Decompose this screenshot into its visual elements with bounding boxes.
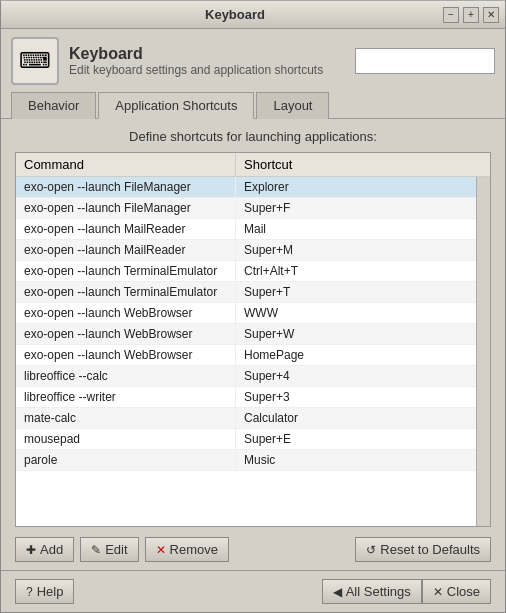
remove-label: Remove [170, 542, 218, 557]
cell-command: exo-open --launch FileManager [16, 198, 236, 218]
add-label: Add [40, 542, 63, 557]
table-header: Command Shortcut [16, 153, 490, 177]
table-row[interactable]: libreoffice --writer Super+3 [16, 387, 476, 408]
close-window-button[interactable]: ✕ [483, 7, 499, 23]
tab-layout[interactable]: Layout [256, 92, 329, 119]
table-wrapper: exo-open --launch FileManager Explorer e… [16, 177, 490, 526]
cell-shortcut: Super+F [236, 198, 476, 218]
minimize-button[interactable]: − [443, 7, 459, 23]
description-text: Define shortcuts for launching applicati… [15, 129, 491, 144]
all-settings-label: All Settings [346, 584, 411, 599]
tab-application-shortcuts[interactable]: Application Shortcuts [98, 92, 254, 119]
cell-command: mate-calc [16, 408, 236, 428]
cell-command: exo-open --launch FileManager [16, 177, 236, 197]
cell-command: exo-open --launch TerminalEmulator [16, 261, 236, 281]
cell-shortcut: Super+W [236, 324, 476, 344]
maximize-button[interactable]: + [463, 7, 479, 23]
header-area: ⌨ Keyboard Edit keyboard settings and ap… [1, 29, 505, 91]
search-input[interactable] [360, 54, 506, 69]
edit-button[interactable]: ✎ Edit [80, 537, 138, 562]
cell-shortcut: Calculator [236, 408, 476, 428]
all-settings-icon: ◀ [333, 585, 342, 599]
help-button[interactable]: ? Help [15, 579, 74, 604]
column-header-command: Command [16, 153, 236, 176]
table-row[interactable]: exo-open --launch TerminalEmulator Super… [16, 282, 476, 303]
tab-behavior[interactable]: Behavior [11, 92, 96, 119]
cell-shortcut: WWW [236, 303, 476, 323]
table-row[interactable]: exo-open --launch FileManager Super+F [16, 198, 476, 219]
table-row[interactable]: exo-open --launch MailReader Super+M [16, 240, 476, 261]
reset-icon: ↺ [366, 543, 376, 557]
cell-shortcut: Super+3 [236, 387, 476, 407]
cell-shortcut: Super+M [236, 240, 476, 260]
cell-command: exo-open --launch MailReader [16, 240, 236, 260]
cell-command: mousepad [16, 429, 236, 449]
remove-icon: ✕ [156, 543, 166, 557]
tabs-bar: Behavior Application Shortcuts Layout [1, 91, 505, 119]
table-row[interactable]: exo-open --launch MailReader Mail [16, 219, 476, 240]
help-icon: ? [26, 585, 33, 599]
content-area: Define shortcuts for launching applicati… [1, 119, 505, 537]
help-label: Help [37, 584, 64, 599]
keyboard-icon-box: ⌨ [11, 37, 59, 85]
app-title: Keyboard [69, 45, 345, 63]
reset-button[interactable]: ↺ Reset to Defaults [355, 537, 491, 562]
cell-shortcut: Ctrl+Alt+T [236, 261, 476, 281]
edit-label: Edit [105, 542, 127, 557]
cell-command: exo-open --launch MailReader [16, 219, 236, 239]
table-row[interactable]: exo-open --launch WebBrowser HomePage [16, 345, 476, 366]
cell-shortcut: HomePage [236, 345, 476, 365]
cell-command: exo-open --launch WebBrowser [16, 324, 236, 344]
cell-shortcut: Super+4 [236, 366, 476, 386]
table-row[interactable]: mousepad Super+E [16, 429, 476, 450]
cell-command: exo-open --launch WebBrowser [16, 345, 236, 365]
header-text: Keyboard Edit keyboard settings and appl… [69, 45, 345, 77]
table-body: exo-open --launch FileManager Explorer e… [16, 177, 476, 526]
bottom-bar: ? Help ◀ All Settings ✕ Close [1, 570, 505, 612]
cell-shortcut: Explorer [236, 177, 476, 197]
table-row[interactable]: mate-calc Calculator [16, 408, 476, 429]
close-icon: ✕ [433, 585, 443, 599]
all-settings-button[interactable]: ◀ All Settings [322, 579, 422, 604]
column-header-shortcut: Shortcut [236, 153, 490, 176]
table-row[interactable]: exo-open --launch WebBrowser WWW [16, 303, 476, 324]
window-title: Keyboard [27, 7, 443, 22]
remove-button[interactable]: ✕ Remove [145, 537, 229, 562]
cell-command: exo-open --launch TerminalEmulator [16, 282, 236, 302]
cell-command: libreoffice --calc [16, 366, 236, 386]
cell-command: exo-open --launch WebBrowser [16, 303, 236, 323]
keyboard-icon: ⌨ [19, 48, 51, 74]
scrollbar[interactable] [476, 177, 490, 526]
cell-shortcut: Mail [236, 219, 476, 239]
table-row[interactable]: exo-open --launch TerminalEmulator Ctrl+… [16, 261, 476, 282]
cell-command: libreoffice --writer [16, 387, 236, 407]
app-subtitle: Edit keyboard settings and application s… [69, 63, 345, 77]
shortcuts-table: Command Shortcut exo-open --launch FileM… [15, 152, 491, 527]
window-controls: − + ✕ [443, 7, 499, 23]
cell-shortcut: Super+T [236, 282, 476, 302]
search-box[interactable]: 🔍 [355, 48, 495, 74]
add-button[interactable]: ✚ Add [15, 537, 74, 562]
table-row[interactable]: parole Music [16, 450, 476, 471]
table-row[interactable]: libreoffice --calc Super+4 [16, 366, 476, 387]
cell-shortcut: Music [236, 450, 476, 470]
edit-icon: ✎ [91, 543, 101, 557]
cell-shortcut: Super+E [236, 429, 476, 449]
table-row[interactable]: exo-open --launch WebBrowser Super+W [16, 324, 476, 345]
close-label: Close [447, 584, 480, 599]
close-button[interactable]: ✕ Close [422, 579, 491, 604]
table-row[interactable]: exo-open --launch FileManager Explorer [16, 177, 476, 198]
cell-command: parole [16, 450, 236, 470]
action-bar: ✚ Add ✎ Edit ✕ Remove ↺ Reset to Default… [1, 537, 505, 570]
reset-label: Reset to Defaults [380, 542, 480, 557]
add-icon: ✚ [26, 543, 36, 557]
titlebar: Keyboard − + ✕ [1, 1, 505, 29]
main-window: Keyboard − + ✕ ⌨ Keyboard Edit keyboard … [0, 0, 506, 613]
